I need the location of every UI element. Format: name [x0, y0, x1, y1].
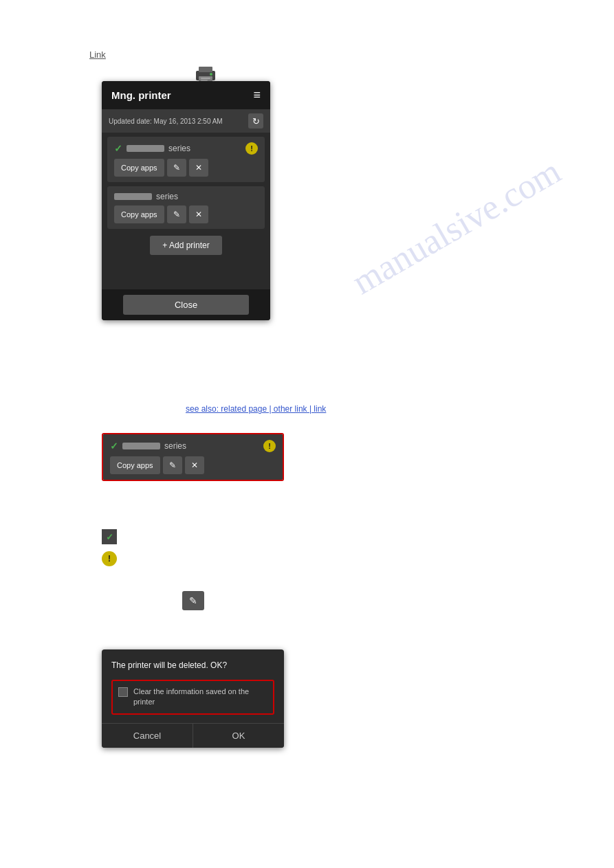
- printer-1-name: [127, 145, 164, 152]
- printer-2-info: series: [114, 192, 178, 201]
- printer-item-2: series Copy apps ✎ ✕: [107, 186, 265, 229]
- add-printer-area: + Add printer: [102, 229, 270, 262]
- svg-rect-3: [201, 78, 210, 79]
- highlighted-close-button[interactable]: ✕: [185, 456, 204, 474]
- panel-title: Mng. printer: [111, 89, 171, 101]
- add-printer-button[interactable]: + Add printer: [150, 236, 221, 255]
- panel-spacer: [102, 262, 270, 289]
- printer-1-info: ✓ series: [114, 143, 190, 154]
- printer-2-name: [114, 193, 152, 200]
- hamburger-icon[interactable]: ≡: [253, 88, 261, 102]
- printer-2-copy-apps-button[interactable]: Copy apps: [114, 205, 164, 223]
- printer-2-series: series: [156, 192, 178, 201]
- highlighted-copy-apps-button[interactable]: Copy apps: [110, 456, 160, 474]
- svg-point-5: [210, 73, 212, 76]
- printer-2-row: series: [114, 192, 258, 201]
- legend-warning-icon: !: [102, 551, 117, 566]
- printer-item-1: ✓ series ! Copy apps ✎ ✕: [107, 137, 265, 182]
- dialog-ok-button[interactable]: OK: [193, 724, 284, 748]
- legend-check-icon: ✓: [102, 529, 117, 544]
- dialog-message: The printer will be deleted. OK?: [111, 660, 274, 670]
- panel-footer: Close: [102, 289, 270, 320]
- svg-rect-1: [199, 67, 212, 72]
- highlighted-printer-info: ✓ series: [110, 441, 186, 452]
- printer-2-close-button[interactable]: ✕: [189, 205, 208, 223]
- highlighted-check-icon: ✓: [110, 441, 118, 452]
- highlighted-printer-series: series: [164, 441, 186, 451]
- printer-2-buttons: Copy apps ✎ ✕: [114, 205, 258, 223]
- printer-1-series: series: [168, 144, 190, 153]
- highlighted-printer-panel: ✓ series ! Copy apps ✎ ✕: [102, 433, 284, 481]
- middle-links[interactable]: see also: related page | other link | li…: [186, 404, 326, 414]
- dialog-checkbox-label: Clear the information saved on the print…: [133, 687, 267, 708]
- highlighted-printer-row: ✓ series !: [110, 440, 276, 452]
- printer-2-edit-button[interactable]: ✎: [167, 205, 186, 223]
- printer-1-edit-button[interactable]: ✎: [167, 159, 186, 177]
- highlighted-printer-item: ✓ series ! Copy apps ✎ ✕: [103, 434, 283, 480]
- printer-management-panel: Mng. printer ≡ Updated date: May 16, 201…: [102, 81, 270, 320]
- highlighted-edit-button[interactable]: ✎: [163, 456, 182, 474]
- edit-button-large[interactable]: ✎: [182, 591, 204, 610]
- delete-dialog: The printer will be deleted. OK? Clear t…: [102, 649, 284, 748]
- dialog-body: The printer will be deleted. OK? Clear t…: [102, 649, 284, 723]
- printer-1-check-icon: ✓: [114, 143, 122, 154]
- highlighted-printer-buttons: Copy apps ✎ ✕: [110, 456, 276, 474]
- dialog-checkbox[interactable]: [118, 687, 128, 697]
- dialog-cancel-button[interactable]: Cancel: [102, 724, 193, 748]
- dialog-checkbox-row: Clear the information saved on the print…: [111, 680, 274, 715]
- printer-1-row: ✓ series !: [114, 142, 258, 155]
- printer-1-buttons: Copy apps ✎ ✕: [114, 159, 258, 177]
- printer-1-warning-icon: !: [245, 142, 258, 155]
- dialog-footer: Cancel OK: [102, 723, 284, 748]
- printer-1-copy-apps-button[interactable]: Copy apps: [114, 159, 164, 177]
- printer-1-close-button[interactable]: ✕: [189, 159, 208, 177]
- refresh-button[interactable]: ↻: [248, 113, 263, 129]
- panel-header: Mng. printer ≡: [102, 81, 270, 109]
- close-button[interactable]: Close: [123, 295, 249, 315]
- watermark: manualsive.com: [345, 151, 567, 302]
- update-date: Updated date: May 16, 2013 2:50 AM: [109, 118, 223, 125]
- date-bar: Updated date: May 16, 2013 2:50 AM ↻: [102, 109, 270, 133]
- top-link[interactable]: Link: [89, 49, 106, 60]
- highlighted-printer-name: [122, 443, 160, 449]
- legend-area: ✓ !: [102, 529, 117, 566]
- highlighted-warning-icon: !: [263, 440, 276, 452]
